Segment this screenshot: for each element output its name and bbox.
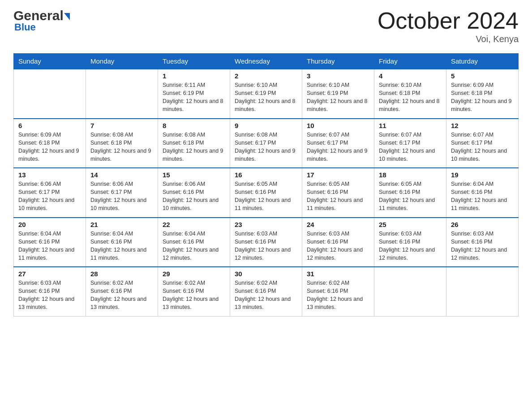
calendar-body: 1Sunrise: 6:11 AMSunset: 6:19 PMDaylight… [14, 69, 519, 316]
calendar-cell: 24Sunrise: 6:03 AMSunset: 6:16 PMDayligh… [302, 218, 374, 267]
calendar-cell: 6Sunrise: 6:09 AMSunset: 6:18 PMDaylight… [14, 119, 86, 168]
page-header: General Blue October 2024 Voi, Kenya [13, 9, 519, 44]
calendar-cell: 27Sunrise: 6:03 AMSunset: 6:16 PMDayligh… [14, 267, 86, 316]
day-number: 23 [235, 221, 297, 228]
calendar-week-2: 6Sunrise: 6:09 AMSunset: 6:18 PMDaylight… [14, 119, 519, 168]
day-info: Sunrise: 6:04 AMSunset: 6:16 PMDaylight:… [90, 230, 153, 262]
day-info: Sunrise: 6:04 AMSunset: 6:16 PMDaylight:… [163, 230, 225, 262]
day-info: Sunrise: 6:07 AMSunset: 6:17 PMDaylight:… [307, 131, 369, 163]
calendar-cell: 5Sunrise: 6:09 AMSunset: 6:18 PMDaylight… [446, 69, 519, 119]
calendar-table: SundayMondayTuesdayWednesdayThursdayFrid… [13, 53, 519, 317]
day-info: Sunrise: 6:10 AMSunset: 6:19 PMDaylight:… [235, 81, 297, 114]
day-number: 6 [18, 122, 81, 129]
calendar-cell [374, 267, 446, 316]
day-info: Sunrise: 6:08 AMSunset: 6:18 PMDaylight:… [90, 131, 153, 163]
day-info: Sunrise: 6:10 AMSunset: 6:19 PMDaylight:… [307, 81, 369, 114]
calendar-cell [14, 69, 86, 119]
calendar-cell: 18Sunrise: 6:05 AMSunset: 6:16 PMDayligh… [374, 168, 446, 218]
calendar-cell: 10Sunrise: 6:07 AMSunset: 6:17 PMDayligh… [302, 119, 374, 168]
weekday-header-monday: Monday [86, 54, 158, 69]
calendar-cell: 29Sunrise: 6:02 AMSunset: 6:16 PMDayligh… [158, 267, 230, 316]
day-info: Sunrise: 6:02 AMSunset: 6:16 PMDaylight:… [307, 279, 369, 312]
day-number: 22 [163, 221, 225, 228]
day-number: 16 [235, 171, 297, 179]
day-number: 28 [90, 270, 153, 278]
day-number: 21 [90, 221, 153, 228]
calendar-week-4: 20Sunrise: 6:04 AMSunset: 6:16 PMDayligh… [14, 218, 519, 267]
calendar-cell: 12Sunrise: 6:07 AMSunset: 6:17 PMDayligh… [446, 119, 519, 168]
day-info: Sunrise: 6:02 AMSunset: 6:16 PMDaylight:… [163, 279, 225, 312]
calendar-cell: 1Sunrise: 6:11 AMSunset: 6:19 PMDaylight… [158, 69, 230, 119]
day-number: 8 [163, 122, 225, 129]
day-number: 31 [307, 270, 369, 278]
calendar-cell: 11Sunrise: 6:07 AMSunset: 6:17 PMDayligh… [374, 119, 446, 168]
day-info: Sunrise: 6:05 AMSunset: 6:16 PMDaylight:… [235, 180, 297, 213]
calendar-cell: 8Sunrise: 6:08 AMSunset: 6:18 PMDaylight… [158, 119, 230, 168]
calendar-header-row: SundayMondayTuesdayWednesdayThursdayFrid… [14, 54, 519, 69]
calendar-cell: 22Sunrise: 6:04 AMSunset: 6:16 PMDayligh… [158, 218, 230, 267]
day-info: Sunrise: 6:04 AMSunset: 6:16 PMDaylight:… [18, 230, 81, 262]
day-info: Sunrise: 6:05 AMSunset: 6:16 PMDaylight:… [307, 180, 369, 213]
calendar-cell: 19Sunrise: 6:04 AMSunset: 6:16 PMDayligh… [446, 168, 519, 218]
calendar-week-1: 1Sunrise: 6:11 AMSunset: 6:19 PMDaylight… [14, 69, 519, 119]
day-number: 3 [307, 72, 369, 80]
day-info: Sunrise: 6:04 AMSunset: 6:16 PMDaylight:… [451, 180, 514, 213]
day-info: Sunrise: 6:02 AMSunset: 6:16 PMDaylight:… [90, 279, 153, 312]
calendar-cell: 4Sunrise: 6:10 AMSunset: 6:18 PMDaylight… [374, 69, 446, 119]
day-info: Sunrise: 6:08 AMSunset: 6:17 PMDaylight:… [235, 131, 297, 163]
calendar-cell [86, 69, 158, 119]
day-number: 14 [90, 171, 153, 179]
calendar-cell [446, 267, 519, 316]
day-info: Sunrise: 6:09 AMSunset: 6:18 PMDaylight:… [18, 131, 81, 163]
day-info: Sunrise: 6:03 AMSunset: 6:16 PMDaylight:… [451, 230, 514, 262]
day-number: 1 [163, 72, 225, 80]
day-info: Sunrise: 6:07 AMSunset: 6:17 PMDaylight:… [451, 131, 514, 163]
calendar-cell: 21Sunrise: 6:04 AMSunset: 6:16 PMDayligh… [86, 218, 158, 267]
logo-blue-text: Blue [14, 21, 36, 33]
day-info: Sunrise: 6:06 AMSunset: 6:16 PMDaylight:… [163, 180, 225, 213]
day-number: 27 [18, 270, 81, 278]
calendar-cell: 7Sunrise: 6:08 AMSunset: 6:18 PMDaylight… [86, 119, 158, 168]
day-info: Sunrise: 6:03 AMSunset: 6:16 PMDaylight:… [235, 230, 297, 262]
day-info: Sunrise: 6:10 AMSunset: 6:18 PMDaylight:… [379, 81, 442, 114]
calendar-cell: 26Sunrise: 6:03 AMSunset: 6:16 PMDayligh… [446, 218, 519, 267]
logo: General Blue [13, 9, 70, 33]
day-number: 4 [379, 72, 442, 80]
day-number: 2 [235, 72, 297, 80]
calendar-cell: 17Sunrise: 6:05 AMSunset: 6:16 PMDayligh… [302, 168, 374, 218]
calendar-week-5: 27Sunrise: 6:03 AMSunset: 6:16 PMDayligh… [14, 267, 519, 316]
day-number: 5 [451, 72, 514, 80]
day-number: 19 [451, 171, 514, 179]
calendar-cell: 2Sunrise: 6:10 AMSunset: 6:19 PMDaylight… [230, 69, 302, 119]
day-info: Sunrise: 6:08 AMSunset: 6:18 PMDaylight:… [163, 131, 225, 163]
day-info: Sunrise: 6:03 AMSunset: 6:16 PMDaylight:… [18, 279, 81, 312]
calendar-cell: 31Sunrise: 6:02 AMSunset: 6:16 PMDayligh… [302, 267, 374, 316]
location: Voi, Kenya [378, 34, 519, 44]
day-number: 29 [163, 270, 225, 278]
logo-general-text: General [13, 9, 64, 22]
calendar-cell: 30Sunrise: 6:02 AMSunset: 6:16 PMDayligh… [230, 267, 302, 316]
weekday-header-thursday: Thursday [302, 54, 374, 69]
day-number: 13 [18, 171, 81, 179]
day-number: 12 [451, 122, 514, 129]
calendar-cell: 16Sunrise: 6:05 AMSunset: 6:16 PMDayligh… [230, 168, 302, 218]
logo-triangle-icon [64, 13, 70, 20]
day-info: Sunrise: 6:05 AMSunset: 6:16 PMDaylight:… [379, 180, 442, 213]
day-number: 26 [451, 221, 514, 228]
calendar-cell: 25Sunrise: 6:03 AMSunset: 6:16 PMDayligh… [374, 218, 446, 267]
day-info: Sunrise: 6:11 AMSunset: 6:19 PMDaylight:… [163, 81, 225, 114]
day-number: 20 [18, 221, 81, 228]
day-info: Sunrise: 6:07 AMSunset: 6:17 PMDaylight:… [379, 131, 442, 163]
day-number: 30 [235, 270, 297, 278]
calendar-cell: 15Sunrise: 6:06 AMSunset: 6:16 PMDayligh… [158, 168, 230, 218]
day-number: 17 [307, 171, 369, 179]
day-number: 9 [235, 122, 297, 129]
day-info: Sunrise: 6:02 AMSunset: 6:16 PMDaylight:… [235, 279, 297, 312]
month-title: October 2024 [378, 9, 519, 32]
day-info: Sunrise: 6:03 AMSunset: 6:16 PMDaylight:… [379, 230, 442, 262]
calendar-cell: 3Sunrise: 6:10 AMSunset: 6:19 PMDaylight… [302, 69, 374, 119]
weekday-header-tuesday: Tuesday [158, 54, 230, 69]
calendar-cell: 9Sunrise: 6:08 AMSunset: 6:17 PMDaylight… [230, 119, 302, 168]
day-info: Sunrise: 6:09 AMSunset: 6:18 PMDaylight:… [451, 81, 514, 114]
weekday-header-friday: Friday [374, 54, 446, 69]
